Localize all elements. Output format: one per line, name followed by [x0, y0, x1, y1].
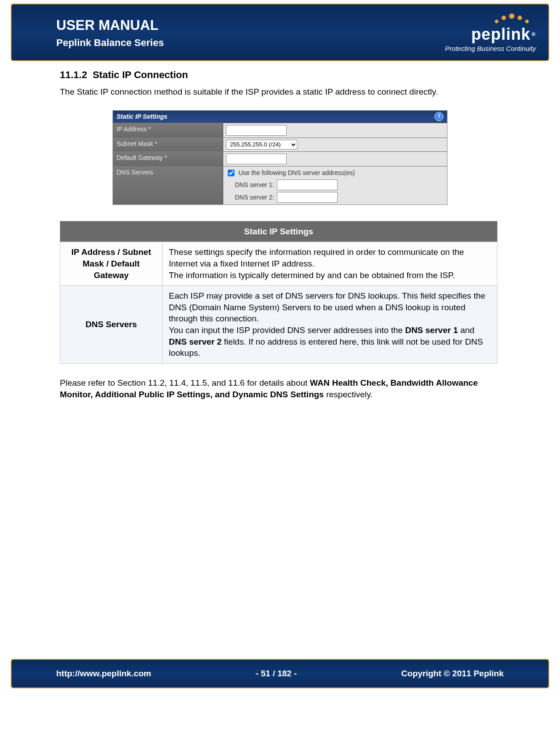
- subnet-mask-select[interactable]: 255.255.255.0 (/24): [226, 140, 297, 150]
- desc-row2-p2: You can input the ISP provided DNS serve…: [169, 325, 491, 359]
- use-following-dns-row: Use the following DNS server address(es): [226, 168, 444, 178]
- logo-dots-icon: [491, 13, 536, 24]
- section-number: 11.1.2: [60, 69, 87, 80]
- svg-point-4: [525, 20, 529, 23]
- static-ip-panel: Static IP Settings ? IP Address * Subnet…: [113, 110, 447, 205]
- dns-server-2-label: DNS server 2:: [235, 194, 274, 201]
- dns-server-1-label: DNS server 1:: [235, 181, 274, 188]
- table-row: IP Address / Subnet Mask / Default Gatew…: [60, 242, 497, 286]
- dns-server-1-row: DNS server 1:: [235, 179, 444, 190]
- svg-point-2: [509, 13, 514, 19]
- subnet-mask-label: Subnet Mask *: [113, 138, 223, 151]
- section-heading: 11.1.2 Static IP Connection: [60, 69, 500, 81]
- page-header: USER MANUAL Peplink Balance Series pepli…: [11, 4, 549, 61]
- row-dns-servers: DNS Servers Use the following DNS server…: [113, 166, 447, 204]
- panel-titlebar: Static IP Settings ?: [113, 111, 447, 123]
- desc-table-header: Static IP Settings: [60, 221, 497, 242]
- header-left: USER MANUAL Peplink Balance Series: [56, 17, 164, 49]
- dns-servers-label: DNS Servers: [113, 167, 223, 204]
- dns-server-2-input[interactable]: [277, 192, 338, 203]
- footer-page: - 51 / 182 -: [256, 669, 297, 679]
- desc-row2-body: Each ISP may provide a set of DNS server…: [163, 286, 497, 364]
- header-right: peplink® Protecting Business Continuity: [445, 13, 536, 52]
- ip-address-input[interactable]: [226, 125, 287, 136]
- dns-server-1-input[interactable]: [277, 179, 338, 190]
- desc-row1-p1: These settings specify the information r…: [169, 246, 491, 269]
- section-title: Static IP Connection: [92, 69, 188, 80]
- manual-title: USER MANUAL: [56, 17, 164, 33]
- footer-copyright: Copyright © 2011 Peplink: [401, 669, 504, 679]
- svg-point-1: [501, 16, 506, 20]
- row-subnet-mask: Subnet Mask * 255.255.255.0 (/24): [113, 137, 447, 151]
- footer-url: http://www.peplink.com: [56, 669, 151, 679]
- logo-word-text: peplink: [471, 25, 531, 44]
- dns-server-2-row: DNS server 2:: [235, 192, 444, 203]
- table-row: DNS Servers Each ISP may provide a set o…: [60, 286, 497, 364]
- page-content: 11.1.2 Static IP Connection The Static I…: [11, 69, 549, 400]
- svg-point-0: [495, 20, 498, 23]
- desc-row1-p2: The information is typically determined …: [169, 270, 491, 281]
- logo: peplink® Protecting Business Continuity: [445, 13, 536, 52]
- help-icon[interactable]: ?: [435, 112, 443, 121]
- use-following-dns-label: Use the following DNS server address(es): [238, 169, 355, 176]
- desc-row2-p1: Each ISP may provide a set of DNS server…: [169, 290, 491, 325]
- use-following-dns-checkbox[interactable]: [228, 170, 234, 176]
- row-default-gateway: Default Gateway *: [113, 151, 447, 166]
- row-ip-address: IP Address *: [113, 123, 447, 137]
- desc-row1-label: IP Address / Subnet Mask / Default Gatew…: [60, 242, 163, 286]
- section-intro: The Static IP connection method is suita…: [60, 86, 500, 98]
- default-gateway-input[interactable]: [226, 154, 287, 164]
- ip-address-label: IP Address *: [113, 123, 223, 137]
- logo-text: peplink®: [471, 25, 536, 44]
- desc-row2-label: DNS Servers: [60, 286, 163, 364]
- panel-title: Static IP Settings: [117, 113, 167, 120]
- description-table: Static IP Settings IP Address / Subnet M…: [60, 221, 497, 364]
- desc-row1-body: These settings specify the information r…: [163, 242, 497, 286]
- footnote: Please refer to Section 11.2, 11.4, 11.5…: [60, 377, 500, 400]
- svg-point-3: [518, 16, 522, 20]
- page-footer: http://www.peplink.com - 51 / 182 - Copy…: [11, 659, 549, 688]
- logo-tagline: Protecting Business Continuity: [445, 45, 536, 52]
- manual-subtitle: Peplink Balance Series: [56, 37, 164, 49]
- default-gateway-label: Default Gateway *: [113, 152, 223, 166]
